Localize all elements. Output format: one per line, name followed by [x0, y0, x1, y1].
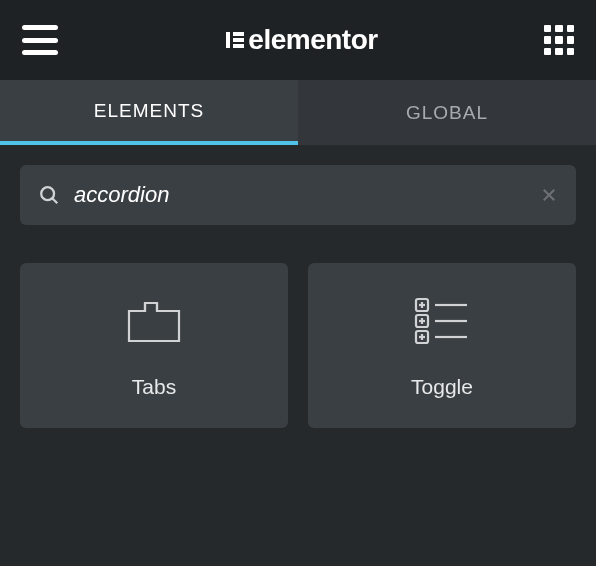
toggle-icon: [413, 293, 471, 349]
tabs-icon: [125, 293, 183, 349]
clear-search-icon[interactable]: [540, 186, 558, 204]
menu-button[interactable]: [22, 25, 58, 55]
widget-toggle[interactable]: Toggle: [308, 263, 576, 428]
widget-label: Tabs: [132, 375, 176, 399]
search-box: [20, 165, 576, 225]
brand-logo: elementor: [224, 24, 377, 56]
svg-rect-2: [233, 38, 244, 42]
tab-elements[interactable]: ELEMENTS: [0, 80, 298, 145]
brand-text: elementor: [248, 24, 377, 56]
widget-grid: Tabs Toggle: [20, 263, 576, 428]
apps-button[interactable]: [544, 25, 574, 55]
widget-label: Toggle: [411, 375, 473, 399]
search-icon: [38, 184, 60, 206]
panel-header: elementor: [0, 0, 596, 80]
panel-content: Tabs Toggle: [0, 145, 596, 448]
widget-tabs[interactable]: Tabs: [20, 263, 288, 428]
svg-rect-1: [233, 32, 244, 36]
svg-rect-3: [233, 44, 244, 48]
logo-mark-icon: [224, 29, 246, 51]
panel-tabs: ELEMENTS GLOBAL: [0, 80, 596, 145]
search-input[interactable]: [74, 182, 540, 208]
tab-global[interactable]: GLOBAL: [298, 80, 596, 145]
svg-line-5: [52, 198, 57, 203]
svg-rect-0: [226, 32, 230, 48]
svg-point-4: [41, 187, 54, 200]
